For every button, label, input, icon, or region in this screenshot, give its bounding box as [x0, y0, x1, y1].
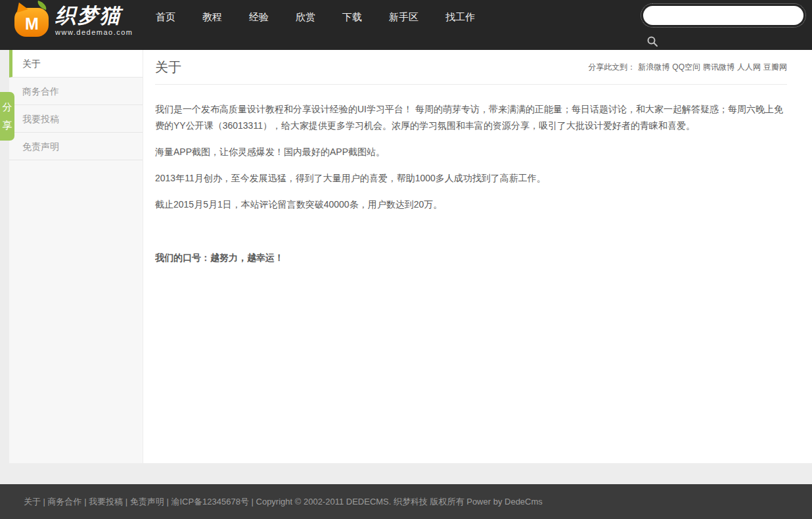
sidebar-item[interactable]: 我要投稿	[9, 105, 143, 133]
nav-item[interactable]: 首页	[156, 11, 175, 24]
search-button[interactable]	[646, 35, 659, 49]
sidebar: 关于 商务合作 我要投稿 免责声明	[9, 50, 143, 463]
brand-name: 织梦猫	[55, 5, 133, 27]
footer-text: 关于 | 商务合作 | 我要投稿 | 免责声明 | 渝ICP备12345678号…	[24, 496, 543, 508]
article-paragraphs: 我们是一个发布高质量设计教程和分享设计经验的UI学习平台！ 每周的萌芽专访，带来…	[155, 101, 787, 213]
share-link[interactable]: 豆瓣网	[763, 62, 787, 72]
top-navbar: M 织梦猫 www.dedemao.com 首页 教程 经验 欣赏 下载 新手区…	[0, 0, 812, 50]
share-bar: 分享此文到：新浪微博QQ空间腾讯微博人人网豆瓣网	[588, 62, 787, 73]
article-paragraph: 截止2015月5月1日，本站评论留言数突破40000条，用户数达到20万。	[155, 196, 787, 213]
search-icon	[646, 35, 658, 47]
brand-url: www.dedemao.com	[55, 28, 133, 36]
slogan-text: 我们的口号：越努力，越幸运！	[155, 250, 787, 266]
sidebar-item[interactable]: 关于	[9, 50, 143, 78]
nav-item[interactable]: 找工作	[445, 11, 475, 24]
share-link[interactable]: 人人网	[737, 62, 761, 72]
sidebar-item[interactable]: 商务合作	[9, 78, 143, 105]
title-row: 关于 分享此文到：新浪微博QQ空间腾讯微博人人网豆瓣网	[155, 50, 787, 85]
main-nav: 首页 教程 经验 欣赏 下载 新手区 找工作	[156, 11, 502, 24]
page-title: 关于	[155, 58, 181, 76]
nav-item[interactable]: 新手区	[389, 11, 418, 24]
share-link[interactable]: 新浪微博	[638, 62, 669, 72]
share-side-tab[interactable]: 分享	[0, 92, 14, 141]
cat-logo-icon: M	[14, 8, 49, 37]
share-link[interactable]: 腾讯微博	[703, 62, 734, 72]
nav-item[interactable]: 下载	[342, 11, 362, 24]
page-body: 关于 商务合作 我要投稿 免责声明 关于 分享此文到：新浪微博QQ空间腾讯微博人…	[0, 50, 812, 463]
share-links: 新浪微博QQ空间腾讯微博人人网豆瓣网	[635, 62, 787, 72]
share-bar-prefix: 分享此文到：	[588, 62, 635, 72]
share-link[interactable]: QQ空间	[672, 62, 700, 72]
logo-letter: M	[25, 12, 38, 32]
main-content: 关于 分享此文到：新浪微博QQ空间腾讯微博人人网豆瓣网 我们是一个发布高质量设计…	[143, 50, 812, 463]
footer: 关于 | 商务合作 | 我要投稿 | 免责声明 | 渝ICP备12345678号…	[0, 484, 812, 519]
article: 我们是一个发布高质量设计教程和分享设计经验的UI学习平台！ 每周的萌芽专访，带来…	[155, 85, 787, 266]
search-input[interactable]	[643, 6, 803, 25]
site-logo[interactable]: M 织梦猫 www.dedemao.com	[14, 4, 133, 37]
sidebar-item[interactable]: 免责声明	[9, 133, 143, 160]
nav-item[interactable]: 教程	[202, 11, 222, 24]
nav-item[interactable]: 欣赏	[296, 11, 315, 24]
nav-item[interactable]: 经验	[249, 11, 269, 24]
article-paragraph: 海量APP截图，让你灵感爆发！国内最好的APP截图站。	[155, 144, 787, 160]
share-tab-label: 分享	[2, 98, 12, 135]
leaf-icon	[36, 1, 48, 10]
brand-text: 织梦猫 www.dedemao.com	[55, 5, 133, 36]
article-paragraph: 我们是一个发布高质量设计教程和分享设计经验的UI学习平台！ 每周的萌芽专访，带来…	[155, 101, 787, 134]
article-paragraph: 2013年11月创办，至今发展迅猛，得到了大量用户的喜爱，帮助1000多人成功找…	[155, 170, 787, 187]
